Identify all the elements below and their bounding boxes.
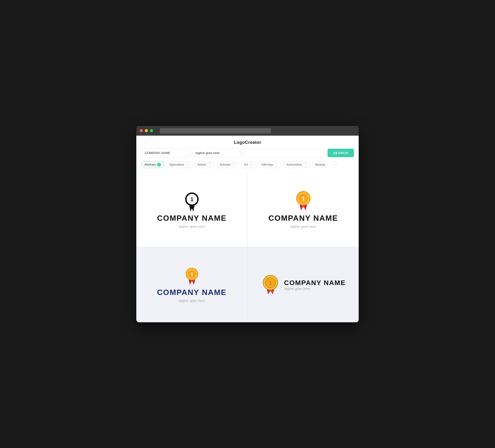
- svg-text:1: 1: [302, 196, 304, 202]
- logo-card-3[interactable]: 1 COMPANY NAME tagline goes here: [136, 247, 247, 322]
- filter-abstract[interactable]: Abstract ✓: [141, 161, 164, 168]
- address-bar[interactable]: [160, 128, 271, 133]
- logo-grid: 1 COMPANY NAME tagline goes here: [136, 172, 359, 322]
- logo-card-4[interactable]: 1 COMPANY NAME tagline goes here: [248, 247, 359, 322]
- color-input[interactable]: [243, 148, 325, 157]
- svg-text:1: 1: [269, 280, 272, 286]
- titlebar: [136, 126, 359, 136]
- logo1-company: COMPANY NAME: [157, 214, 227, 223]
- logo3-company: COMPANY NAME: [157, 288, 227, 297]
- filter-animals-label: Animals: [220, 163, 231, 166]
- filter-animals-check: [232, 163, 236, 167]
- logo-content-4: 1 COMPANY NAME tagline goes here: [261, 274, 346, 296]
- filter-animals[interactable]: Animals: [216, 161, 239, 168]
- search-button[interactable]: SEARCH: [328, 149, 354, 157]
- filter-abstract-label: Abstract: [144, 163, 156, 166]
- filter-attorney[interactable]: Attorney: [258, 161, 281, 168]
- medal-gold-icon: 1: [294, 190, 313, 212]
- logo2-company: COMPANY NAME: [269, 214, 338, 223]
- logo-card-1[interactable]: 1 COMPANY NAME tagline goes here: [136, 172, 247, 247]
- logo4-tagline: tagline goes here: [284, 287, 346, 291]
- filter-automotive-label: Automotive: [286, 163, 302, 166]
- filter-airline[interactable]: Airline: [194, 161, 214, 168]
- app-window: LogoCreator SEARCH Abstract ✓ Agricultur…: [136, 126, 359, 322]
- logo-content-3: 1 COMPANY NAME tagline goes here: [157, 267, 227, 303]
- medal-gold-small-icon: 1: [183, 267, 200, 286]
- medal-bw-icon: 1: [182, 190, 202, 212]
- filter-airline-check: [207, 163, 211, 167]
- search-button-label: SEARCH: [333, 151, 348, 155]
- medal-outline-icon: 1: [261, 274, 280, 296]
- logo1-tagline: tagline goes here: [179, 224, 205, 228]
- logo-card-2[interactable]: 1 COMPANY NAME tagline goes here: [248, 172, 359, 247]
- logo3-tagline: tagline goes here: [179, 299, 205, 303]
- filter-attorney-label: Attorney: [261, 163, 273, 166]
- filter-attorney-check: [274, 163, 278, 167]
- logo2-tagline: tagline goes here: [290, 224, 316, 228]
- filter-art[interactable]: Art: [241, 161, 256, 168]
- app-title: LogoCreator: [136, 136, 359, 148]
- filter-bar: Abstract ✓ Agriculture Airline Animals A…: [136, 161, 359, 172]
- company-name-input[interactable]: [141, 148, 190, 157]
- filter-agriculture-label: Agriculture: [169, 163, 184, 166]
- logo4-company: COMPANY NAME: [284, 279, 346, 287]
- filter-agriculture[interactable]: Agriculture: [166, 161, 192, 168]
- filter-agriculture-check: [185, 163, 189, 167]
- filter-next-button[interactable]: →: [330, 161, 337, 168]
- logo-content-1: 1 COMPANY NAME tagline goes here: [157, 190, 227, 228]
- search-bar: SEARCH: [136, 148, 359, 161]
- maximize-button[interactable]: [150, 129, 153, 132]
- filter-beauty[interactable]: Beauty: [312, 161, 328, 168]
- logo-content-2: 1 COMPANY NAME tagline goes here: [269, 190, 338, 228]
- svg-text:1: 1: [190, 196, 193, 202]
- filter-airline-label: Airline: [197, 163, 206, 166]
- filter-beauty-label: Beauty: [315, 163, 325, 166]
- filter-automotive-check: [303, 163, 307, 167]
- app-title-text: LogoCreator: [234, 140, 261, 145]
- filter-art-check: [249, 163, 253, 167]
- filter-abstract-check: ✓: [157, 163, 161, 167]
- filter-art-label: Art: [244, 163, 248, 166]
- filter-automotive[interactable]: Automotive: [283, 161, 310, 168]
- minimize-button[interactable]: [145, 129, 148, 132]
- logo4-text-group: COMPANY NAME tagline goes here: [284, 279, 346, 291]
- close-button[interactable]: [140, 129, 143, 132]
- tagline-input[interactable]: [192, 148, 240, 157]
- svg-text:1: 1: [191, 272, 193, 277]
